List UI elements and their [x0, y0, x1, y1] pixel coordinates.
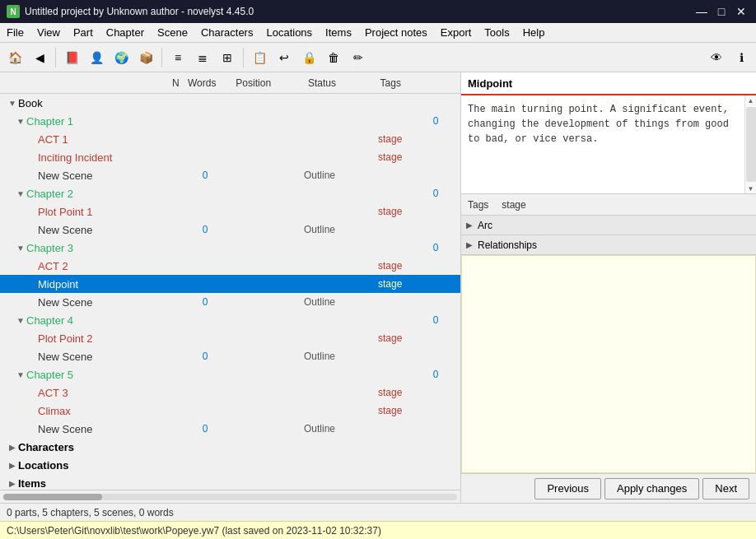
- tags-pp1: stage: [378, 206, 460, 217]
- toggle-items[interactable]: ▶: [7, 479, 18, 488]
- menu-tools[interactable]: Tools: [478, 23, 516, 42]
- menu-part[interactable]: Part: [67, 23, 100, 42]
- toolbar-locations[interactable]: 🌍: [110, 46, 133, 69]
- menu-project-notes[interactable]: Project notes: [358, 23, 434, 42]
- tree-row-items[interactable]: ▶ Items: [0, 474, 460, 490]
- toggle-ch3[interactable]: ▼: [15, 244, 26, 253]
- hscroll-track[interactable]: [3, 494, 457, 500]
- toolbar-home[interactable]: 🏠: [3, 46, 26, 69]
- minimize-button[interactable]: —: [693, 3, 710, 20]
- toolbar-items[interactable]: 📦: [134, 46, 157, 69]
- tree-row-act1[interactable]: ACT 1 stage: [0, 130, 460, 148]
- toolbar-view-icon[interactable]: 👁: [705, 46, 728, 69]
- menu-file[interactable]: File: [0, 23, 30, 42]
- status-text: 0 parts, 5 chapters, 5 scenes, 0 words: [7, 507, 174, 518]
- details-content-area: The main turning point. A significant ev…: [461, 95, 756, 194]
- toolbar-book[interactable]: 📕: [60, 46, 83, 69]
- tree-row-ch2[interactable]: ▼ Chapter 2 0: [0, 184, 460, 202]
- close-button[interactable]: ✕: [733, 3, 749, 20]
- label-items: Items: [18, 477, 460, 490]
- tree-row-act2[interactable]: ACT 2 stage: [0, 257, 460, 275]
- tree-row-scene3[interactable]: New Scene 0 Outline: [0, 293, 460, 311]
- tree-row-ch4[interactable]: ▼ Chapter 4 0: [0, 311, 460, 329]
- menu-items[interactable]: Items: [319, 23, 358, 42]
- menu-help[interactable]: Help: [516, 23, 552, 42]
- tags-midpoint: stage: [378, 278, 460, 290]
- apply-changes-button[interactable]: Apply changes: [604, 478, 699, 500]
- label-ch4: Chapter 4: [26, 314, 386, 327]
- label-ch2: Chapter 2: [26, 188, 386, 200]
- tree-row-midpoint[interactable]: Midpoint stage: [0, 275, 460, 293]
- toggle-locations[interactable]: ▶: [7, 461, 18, 470]
- menu-characters[interactable]: Characters: [194, 23, 260, 42]
- words-scene2: 0: [180, 224, 230, 235]
- toolbar-list2[interactable]: ≣: [191, 46, 214, 69]
- tree-row-characters[interactable]: ▶ Characters: [0, 438, 460, 456]
- toolbar-list1[interactable]: ≡: [166, 46, 189, 69]
- titlebar: N Untitled project by Unknown author - n…: [0, 0, 756, 23]
- tree-row-scene2[interactable]: New Scene 0 Outline: [0, 221, 460, 239]
- toolbar-info-icon[interactable]: ℹ: [730, 46, 753, 69]
- toggle-ch1[interactable]: ▼: [15, 117, 26, 126]
- tree-row-ch5[interactable]: ▼ Chapter 5 0: [0, 365, 460, 383]
- horizontal-scrollbar[interactable]: [0, 490, 460, 503]
- scroll-up-arrow[interactable]: ▲: [746, 95, 756, 105]
- toolbar-characters[interactable]: 👤: [85, 46, 108, 69]
- toolbar-delete[interactable]: 🗑: [322, 46, 345, 69]
- tree-row-act3[interactable]: ACT 3 stage: [0, 383, 460, 402]
- menu-chapter[interactable]: Chapter: [100, 23, 151, 42]
- maximize-button[interactable]: □: [713, 3, 730, 20]
- toolbar-undo[interactable]: ↩: [273, 46, 296, 69]
- tree-row-book[interactable]: ▼ Book: [0, 94, 460, 112]
- tree-row-ch3[interactable]: ▼ Chapter 3 0: [0, 239, 460, 257]
- relationships-section[interactable]: ▶ Relationships: [461, 235, 756, 255]
- previous-button[interactable]: Previous: [534, 478, 601, 500]
- menu-export[interactable]: Export: [434, 23, 478, 42]
- toggle-ch2[interactable]: ▼: [15, 189, 26, 198]
- scroll-down-arrow[interactable]: ▼: [746, 184, 756, 193]
- main-area: N Words Position Status Tags ▼ Book ▼ Ch…: [0, 72, 756, 503]
- toggle-characters[interactable]: ▶: [7, 443, 18, 452]
- toggle-ch5[interactable]: ▼: [15, 370, 26, 379]
- bottom-buttons: Previous Apply changes Next: [461, 473, 756, 503]
- details-text: The main turning point. A significant ev…: [461, 95, 744, 193]
- tags-act1: stage: [378, 133, 460, 145]
- pathbar: C:\Users\Peter\Git\novxlib\test\work\Pop…: [0, 521, 756, 539]
- details-header: Midpoint: [461, 72, 756, 95]
- label-ch1: Chapter 1: [26, 115, 386, 128]
- label-ch3: Chapter 3: [26, 242, 386, 254]
- toolbar-lock[interactable]: 🔒: [297, 46, 320, 69]
- tree-row-scene1[interactable]: New Scene 0 Outline: [0, 166, 460, 184]
- toolbar-edit[interactable]: ✏: [347, 46, 370, 69]
- menu-scene[interactable]: Scene: [151, 23, 194, 42]
- tree-row-ch1[interactable]: ▼ Chapter 1 0: [0, 112, 460, 130]
- next-button[interactable]: Next: [702, 478, 749, 500]
- words-ch2: 0: [411, 188, 460, 199]
- menu-locations[interactable]: Locations: [259, 23, 319, 42]
- hscroll-thumb[interactable]: [3, 494, 102, 500]
- tags-inciting: stage: [378, 151, 460, 163]
- right-scrollbar[interactable]: ▲ ▼: [744, 95, 756, 193]
- menu-view[interactable]: View: [30, 23, 67, 42]
- toolbar-clipboard[interactable]: 📋: [248, 46, 271, 69]
- window-controls[interactable]: — □ ✕: [693, 3, 749, 20]
- tree-row-climax[interactable]: Climax stage: [0, 402, 460, 420]
- tree-row-scene5[interactable]: New Scene 0 Outline: [0, 420, 460, 438]
- words-ch4: 0: [411, 314, 460, 326]
- arc-section[interactable]: ▶ Arc: [461, 216, 756, 235]
- tree-row-plotpoint2[interactable]: Plot Point 2 stage: [0, 329, 460, 347]
- toggle-book[interactable]: ▼: [7, 99, 18, 108]
- tree-row-locations[interactable]: ▶ Locations: [0, 456, 460, 474]
- toolbar-back[interactable]: ◀: [28, 46, 51, 69]
- toolbar-grid[interactable]: ⊞: [216, 46, 239, 69]
- words-scene3: 0: [180, 296, 230, 308]
- toggle-ch4[interactable]: ▼: [15, 316, 26, 325]
- statusbar: 0 parts, 5 chapters, 5 scenes, 0 words: [0, 503, 756, 521]
- tree-row-scene4[interactable]: New Scene 0 Outline: [0, 347, 460, 365]
- tree-scroll[interactable]: ▼ Book ▼ Chapter 1 0 ACT 1 stage: [0, 94, 460, 490]
- titlebar-left: N Untitled project by Unknown author - n…: [7, 5, 254, 18]
- label-scene5: New Scene: [38, 423, 156, 435]
- tree-row-inciting[interactable]: Inciting Incident stage: [0, 148, 460, 166]
- tree-row-plotpoint1[interactable]: Plot Point 1 stage: [0, 202, 460, 221]
- menubar: File View Part Chapter Scene Characters …: [0, 23, 756, 43]
